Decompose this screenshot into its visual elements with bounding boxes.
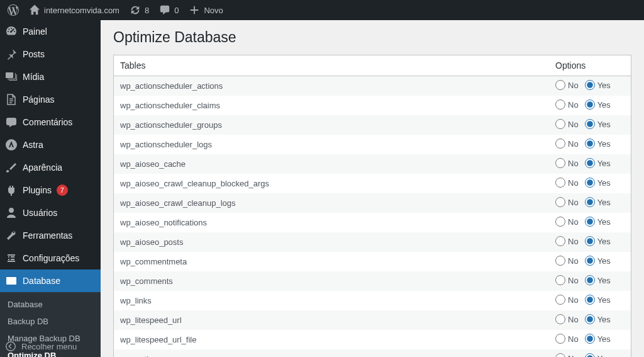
option-no[interactable]: No [555,119,579,129]
menu-tools[interactable]: Ferramentas [0,224,101,247]
menu-media[interactable]: Mídia [0,65,101,88]
submenu-database-main[interactable]: Database [0,296,101,313]
page-title: Optimize Database [113,29,631,46]
comments[interactable]: 0 [154,0,184,20]
radio-yes[interactable] [585,99,595,110]
option-yes[interactable]: Yes [585,139,611,149]
comments-icon [159,4,170,16]
option-yes[interactable]: Yes [585,334,611,344]
option-yes[interactable]: Yes [585,295,611,305]
radio-yes[interactable] [585,217,595,227]
table-row: wp_aioseo_cache No Yes [114,154,631,174]
svg-point-0 [6,139,17,150]
comment-icon [5,116,18,128]
table-row: wp_links No Yes [114,291,631,310]
menu-appearance[interactable]: Aparência [0,156,101,179]
option-no[interactable]: No [555,158,579,168]
table-options-cell: No Yes [549,115,631,135]
radio-no[interactable] [555,139,565,149]
option-no[interactable]: No [555,295,579,305]
option-yes[interactable]: Yes [585,217,611,227]
radio-yes[interactable] [585,256,595,266]
table-options-cell: No Yes [549,76,631,96]
menu-astra[interactable]: Astra [0,133,101,156]
radio-no[interactable] [555,236,565,246]
option-no[interactable]: No [555,80,579,90]
pin-icon [5,48,18,60]
radio-no[interactable] [555,314,565,324]
option-yes[interactable]: Yes [585,256,611,266]
table-row: wp_comments No Yes [114,271,631,291]
menu-database[interactable]: Database [0,269,101,292]
dashboard-icon [5,25,18,38]
table-row: wp_litespeed_url No Yes [114,310,631,330]
menu-dashboard[interactable]: Painel [0,20,101,43]
option-no[interactable]: No [555,99,579,110]
radio-yes[interactable] [585,80,595,90]
option-no[interactable]: No [555,256,579,266]
radio-yes[interactable] [585,275,595,285]
radio-no[interactable] [555,80,565,90]
radio-yes[interactable] [585,197,595,207]
radio-no[interactable] [555,197,565,207]
radio-no[interactable] [555,178,565,188]
option-no[interactable]: No [555,334,579,344]
option-yes[interactable]: Yes [585,178,611,188]
database-icon [5,275,18,287]
menu-posts[interactable]: Posts [0,43,101,65]
option-no[interactable]: No [555,178,579,188]
radio-yes[interactable] [585,119,595,129]
option-yes[interactable]: Yes [585,119,611,129]
menu-comments[interactable]: Comentários [0,111,101,133]
radio-yes[interactable] [585,334,595,344]
radio-yes[interactable] [585,139,595,149]
option-no[interactable]: No [555,314,579,324]
table-name-cell: wp_options [114,349,549,357]
option-yes[interactable]: Yes [585,99,611,110]
updates[interactable]: 8 [125,0,154,20]
option-yes[interactable]: Yes [585,236,611,246]
option-yes[interactable]: Yes [585,314,611,324]
radio-no[interactable] [555,275,565,285]
radio-no[interactable] [555,217,565,227]
collapse-menu[interactable]: Recolher menu [0,336,101,357]
table-options-cell: No Yes [549,349,631,357]
option-yes[interactable]: Yes [585,197,611,207]
radio-no[interactable] [555,119,565,129]
option-no[interactable]: No [555,139,579,149]
option-no[interactable]: No [555,236,579,246]
main-content: Optimize Database Tables Options wp_acti… [101,20,644,357]
option-no[interactable]: No [555,353,579,357]
radio-yes[interactable] [585,158,595,168]
option-yes[interactable]: Yes [585,80,611,90]
radio-no[interactable] [555,256,565,266]
radio-yes[interactable] [585,295,595,305]
site-name[interactable]: internetcomvida.com [24,0,125,20]
new-content[interactable]: Novo [184,0,228,20]
radio-no[interactable] [555,353,565,357]
radio-yes[interactable] [585,178,595,188]
radio-yes[interactable] [585,353,595,357]
radio-no[interactable] [555,295,565,305]
option-no[interactable]: No [555,275,579,285]
option-yes[interactable]: Yes [585,275,611,285]
menu-users[interactable]: Usuários [0,201,101,224]
menu-plugins[interactable]: Plugins 7 [0,179,101,201]
wp-logo[interactable] [3,0,24,20]
option-yes[interactable]: Yes [585,158,611,168]
admin-sidebar: Painel Posts Mídia Páginas Comentários A… [0,20,101,357]
option-no[interactable]: No [555,197,579,207]
radio-no[interactable] [555,334,565,344]
option-yes[interactable]: Yes [585,353,611,357]
radio-yes[interactable] [585,236,595,246]
menu-pages[interactable]: Páginas [0,88,101,111]
table-row: wp_options No Yes [114,349,631,357]
radio-no[interactable] [555,158,565,168]
table-options-cell: No Yes [549,213,631,232]
radio-no[interactable] [555,99,565,110]
menu-settings[interactable]: Configurações [0,247,101,269]
submenu-backup-db[interactable]: Backup DB [0,313,101,330]
radio-yes[interactable] [585,314,595,324]
option-no[interactable]: No [555,217,579,227]
table-name-cell: wp_actionscheduler_logs [114,135,549,154]
